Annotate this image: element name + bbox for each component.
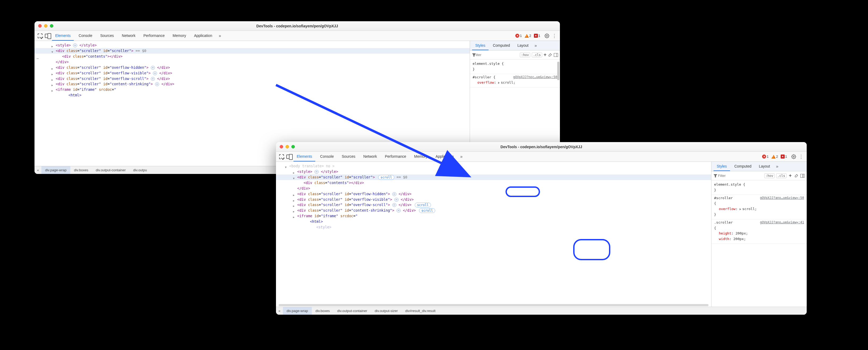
side-tab-styles[interactable]: Styles [714,162,730,171]
tab-performance[interactable]: Performance [381,152,409,162]
inspect-icon[interactable] [37,33,43,39]
hov-toggle[interactable]: :hov [764,173,775,178]
tab-performance[interactable]: Performance [140,31,168,40]
breadcrumb-item[interactable]: div.page-wrap [41,166,70,174]
dom-tree-panel[interactable]: <body translate= no > <style> ⋯ </style>… [276,162,711,307]
warnings-badge[interactable]: 2 [771,154,778,158]
cls-toggle[interactable]: .cls [776,173,786,178]
errors-badge[interactable]: ✕1 [762,154,769,158]
breadcrumb-left-icon[interactable]: « [34,168,41,172]
new-style-rule-icon[interactable] [544,52,547,58]
close-window-button[interactable] [38,24,42,28]
dom-node-style[interactable]: <style> ⋯ </style> [34,42,470,48]
css-source-link[interactable]: gOVpXJJ?ano…ue&view=:50 [760,196,804,201]
dom-node-overflow-hidden[interactable]: <div class="scroller" id="overflow-hidde… [34,65,470,70]
errors-badge[interactable]: ✕1 [515,34,522,38]
dom-node-content-shrinking[interactable]: <div class="scroller" id="content-shrink… [276,208,711,213]
tab-memory[interactable]: Memory [411,152,431,162]
dom-node-scroller-selected[interactable]: <div class="scroller" id="scroller"> == … [34,48,470,54]
tab-sources[interactable]: Sources [97,31,117,40]
side-tab-layout[interactable]: Layout [514,41,532,50]
gear-icon[interactable] [791,154,797,159]
scroll-badge[interactable]: scroll [415,203,431,207]
side-tab-computed[interactable]: Computed [490,41,513,50]
dom-node-overflow-scroll[interactable]: <div class="scroller" id="overflow-scrol… [34,76,470,82]
dom-node-end-div[interactable]: </div> [276,186,711,191]
dom-node-iframe[interactable]: <iframe id="iframe" srcdoc=" [276,213,711,219]
expand-dots-icon[interactable]: ⋯ [151,77,155,81]
breadcrumb-item[interactable]: div.boxes [70,166,92,174]
dom-node-overflow-visible[interactable]: <div class="scroller" id="overflow-visib… [276,197,711,202]
styles-filter-input[interactable] [718,174,763,178]
breadcrumb-item[interactable]: div.boxes [312,307,334,315]
breadcrumb-item[interactable]: div.output-container [334,307,371,315]
kebab-menu-icon[interactable]: ⋮ [798,154,804,159]
toggle-side-panel-icon[interactable] [554,52,558,58]
expand-dots-icon[interactable]: ⋯ [314,170,319,174]
tab-elements[interactable]: Elements [52,31,74,40]
breadcrumb-item[interactable]: div.outpu [129,166,151,174]
styles-filter-input[interactable] [474,53,518,57]
tab-network[interactable]: Network [119,31,138,40]
css-rule-id-scroller[interactable]: gOVpXJJ?ano…ue&view=:50 #scroller { over… [711,195,807,220]
tab-console[interactable]: Console [75,31,95,40]
dom-node-overflow-hidden[interactable]: <div class="scroller" id="overflow-hidde… [276,191,711,197]
more-side-tabs-icon[interactable] [774,164,780,169]
more-tabs-icon[interactable] [459,154,464,159]
dom-node-contents[interactable]: <div class="contents"></div> [276,180,711,186]
side-tab-layout[interactable]: Layout [756,162,773,171]
gear-icon[interactable] [544,33,550,39]
dom-node-contents[interactable]: <div class="contents"></div> [34,54,470,59]
tab-application[interactable]: Application [191,31,215,40]
brush-icon[interactable] [794,173,799,179]
dom-node-iframe[interactable]: <iframe id="iframe" srcdoc=" [34,87,470,92]
expand-shorthand-icon[interactable] [498,82,500,84]
breadcrumb-item[interactable]: div.page-wrap [283,307,312,315]
css-source-link[interactable]: gOVpXJJ?ano…ue&view=:41 [760,220,804,225]
new-style-rule-icon[interactable] [788,173,793,179]
expand-dots-icon[interactable]: ⋯ [153,71,157,75]
device-toggle-icon[interactable] [44,33,51,39]
tab-console[interactable]: Console [317,152,337,162]
device-toggle-icon[interactable] [286,154,292,159]
side-tab-computed[interactable]: Computed [731,162,755,171]
cls-toggle[interactable]: .cls [532,53,542,57]
zoom-window-button[interactable] [50,24,53,28]
dom-node-end-div[interactable]: </div> [34,59,470,65]
more-side-tabs-icon[interactable] [533,43,539,49]
dom-node-scroller-selected[interactable]: <div class="scroller" id="scroller"> scr… [276,174,711,180]
side-tab-styles[interactable]: Styles [472,41,489,50]
dom-node-body-partial[interactable]: <body translate= no > [276,163,711,169]
scroll-badge[interactable]: scroll [419,208,435,213]
dom-node-style[interactable]: <style> ⋯ </style> [276,169,711,174]
issues-badge[interactable]: ✕1 [534,34,540,38]
minimize-window-button[interactable] [285,145,289,148]
dom-node-overflow-scroll[interactable]: <div class="scroller" id="overflow-scrol… [276,202,711,208]
breadcrumb-item[interactable]: div#result_div.result [402,307,439,315]
expand-dots-icon[interactable]: ⋯ [392,203,397,207]
expand-dots-icon[interactable]: ⋯ [392,192,397,196]
css-element-style[interactable]: element.style { } [711,181,807,195]
more-tabs-icon[interactable] [217,33,223,39]
tab-sources[interactable]: Sources [339,152,359,162]
scroll-badge[interactable]: scroll [378,175,394,180]
kebab-menu-icon[interactable]: ⋮ [551,33,557,39]
css-source-link[interactable]: gOVpXJJ?noc…ue&view=:50 [513,75,557,80]
css-rule-scroller[interactable]: gOVpXJJ?noc…ue&view=:50 #scroller { over… [470,74,560,88]
expand-dots-icon[interactable]: ⋯ [151,66,155,69]
expand-shorthand-icon[interactable] [740,208,741,210]
warnings-badge[interactable]: 2 [525,34,531,38]
inspect-icon[interactable] [279,154,284,159]
issues-badge[interactable]: ✕1 [781,154,787,158]
css-element-style[interactable]: element.style { } [470,61,560,74]
tab-application[interactable]: Application [432,152,457,162]
expand-dots-icon[interactable]: ⋯ [394,198,399,202]
tab-memory[interactable]: Memory [169,31,189,40]
breadcrumb-item[interactable]: div.output-sizer [371,307,402,315]
dom-node-content-shrinking[interactable]: <div class="scroller" id="content-shrink… [34,81,470,87]
close-window-button[interactable] [280,145,283,148]
css-rule-class-scroller[interactable]: gOVpXJJ?ano…ue&view=:41 .scroller { heig… [711,220,807,244]
zoom-window-button[interactable] [291,145,295,148]
tab-elements[interactable]: Elements [293,152,315,162]
toggle-side-panel-icon[interactable] [800,173,805,179]
